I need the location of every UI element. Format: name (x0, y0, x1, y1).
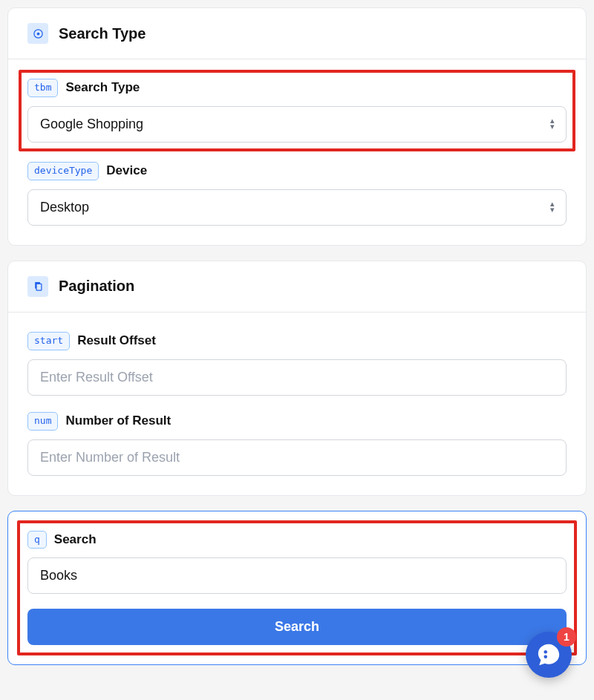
pagination-card: Pagination start Result Offset num Numbe… (7, 261, 587, 496)
pagination-card-header: Pagination (8, 261, 586, 313)
search-input[interactable] (27, 557, 567, 594)
search-button[interactable]: Search (27, 609, 567, 645)
q-badge: q (27, 531, 47, 549)
search-label-row: q Search (27, 531, 567, 549)
tbm-label: Search Type (65, 80, 140, 95)
tbm-badge: tbm (27, 79, 58, 97)
search-type-card-header: Search Type (8, 8, 586, 59)
chat-icon (536, 642, 561, 667)
search-type-card: Search Type tbm Search Type Google Shopp… (7, 7, 587, 246)
start-input[interactable] (27, 359, 567, 396)
tbm-select[interactable]: Google Shopping (27, 106, 567, 143)
device-badge: deviceType (27, 162, 99, 180)
num-badge: num (27, 412, 58, 431)
svg-point-4 (544, 650, 547, 654)
start-label: Result Offset (77, 333, 156, 348)
chat-fab[interactable]: 1 (526, 632, 572, 678)
device-label: Device (106, 163, 147, 178)
start-badge: start (27, 332, 70, 350)
pagination-title: Pagination (59, 278, 134, 295)
svg-point-1 (36, 32, 39, 35)
device-select[interactable]: Desktop (27, 189, 567, 226)
svg-point-5 (544, 655, 547, 659)
search-label: Search (54, 532, 97, 547)
svg-rect-3 (36, 284, 42, 291)
start-label-row: start Result Offset (27, 332, 567, 350)
search-card: q Search Search (7, 511, 587, 666)
tbm-label-row: tbm Search Type (27, 79, 567, 97)
chat-notification-badge: 1 (557, 627, 576, 647)
num-input[interactable] (27, 439, 567, 476)
search-highlight-box: q Search Search (17, 520, 577, 656)
search-type-title: Search Type (59, 25, 146, 42)
target-icon (27, 23, 48, 44)
pages-icon (27, 276, 48, 297)
device-label-row: deviceType Device (27, 162, 567, 180)
num-label-row: num Number of Result (27, 412, 567, 431)
tbm-highlight-box: tbm Search Type Google Shopping ▴▾ (19, 70, 575, 151)
num-label: Number of Result (65, 413, 171, 428)
